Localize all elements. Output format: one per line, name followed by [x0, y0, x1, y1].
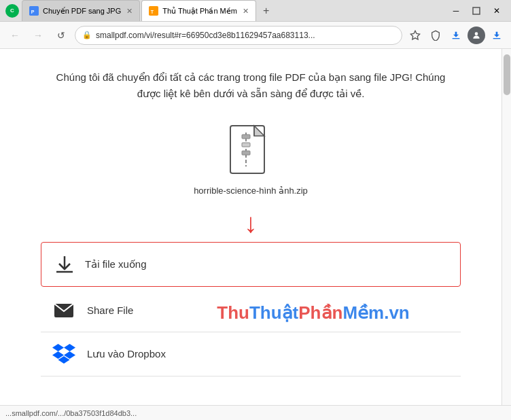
- download-section: Tải file xuống: [41, 242, 461, 287]
- address-bar[interactable]: 🔒 smallpdf.com/vi/result#r=66950cd3e8b11…: [75, 26, 402, 45]
- close-button[interactable]: ✕: [488, 4, 506, 18]
- profile-icon: [472, 31, 481, 40]
- tab-pdf[interactable]: P Chuyển PDF sang JPG ✕: [22, 0, 140, 21]
- tab-bar: P Chuyển PDF sang JPG ✕ T Thủ Thuật Phần…: [22, 0, 444, 21]
- scrollbar-thumb[interactable]: [504, 54, 510, 95]
- minimize-button[interactable]: ─: [447, 4, 465, 18]
- dropbox-button[interactable]: Lưu vào Dropbox: [41, 332, 461, 376]
- forward-button[interactable]: →: [29, 26, 48, 45]
- new-tab-button[interactable]: +: [258, 0, 275, 21]
- file-name: horrible-science-hình ảnh.zip: [194, 186, 308, 196]
- shield-icon: [430, 30, 441, 41]
- profile-button[interactable]: [468, 27, 485, 44]
- status-text: ...smallpdf.com/.../0ba37503f1d84db3...: [5, 409, 137, 417]
- address-text: smallpdf.com/vi/result#r=66950cd3e8b1162…: [96, 31, 395, 40]
- lock-icon: 🔒: [82, 31, 92, 39]
- scrollbar[interactable]: [501, 49, 511, 405]
- title-bar: C P Chuyển PDF sang JPG ✕ T Thủ Thuật Ph…: [0, 0, 511, 22]
- download-nav-button[interactable]: [447, 27, 465, 44]
- intro-text: Chúng tôi đã chuyển đổi tất cả các trang…: [47, 69, 455, 102]
- download-icon2: [491, 30, 502, 41]
- dropbox-label: Lưu vào Dropbox: [87, 348, 166, 360]
- back-button[interactable]: ←: [5, 26, 24, 45]
- download-label: Tải file xuống: [85, 258, 147, 270]
- tab-thuthuatphanmem-close[interactable]: ✕: [243, 7, 249, 16]
- shield-button[interactable]: [427, 27, 444, 44]
- arrow-down-indicator: ↓: [244, 209, 258, 237]
- tab-thuthuatphanmem-label: Thủ Thuật Phần Mềm: [162, 7, 237, 16]
- share-section: Share File: [41, 288, 461, 332]
- svg-marker-17: [64, 344, 75, 351]
- download-button[interactable]: Tải file xuống: [41, 243, 460, 286]
- page-area: Chúng tôi đã chuyển đổi tất cả các trang…: [0, 49, 501, 405]
- window-controls: ─ ✕: [447, 4, 506, 18]
- svg-rect-11: [242, 151, 250, 155]
- bookmark-button[interactable]: [406, 27, 424, 44]
- zip-file-icon: [227, 122, 275, 180]
- svg-text:P: P: [31, 10, 35, 14]
- dropbox-logo-icon: [52, 344, 75, 364]
- maximize-button[interactable]: [468, 4, 485, 18]
- svg-marker-16: [52, 344, 64, 351]
- tab-thuthuatphanmem[interactable]: T Thủ Thuật Phần Mềm ✕: [141, 0, 256, 21]
- star-icon: [410, 30, 421, 41]
- reload-button[interactable]: ↺: [52, 26, 71, 45]
- nav-bar: ← → ↺ 🔒 smallpdf.com/vi/result#r=66950cd…: [0, 22, 511, 49]
- envelope-icon: [53, 299, 75, 321]
- status-bar: ...smallpdf.com/.../0ba37503f1d84db3...: [0, 405, 511, 420]
- download-icon: [54, 253, 75, 275]
- download-nav-icon: [451, 30, 461, 41]
- maximize-icon: [472, 7, 480, 15]
- file-container: horrible-science-hình ảnh.zip: [194, 122, 308, 196]
- share-button[interactable]: Share File: [41, 288, 461, 332]
- nav-icons: [406, 27, 506, 44]
- dropbox-icon: [52, 342, 76, 366]
- share-icon: [52, 298, 76, 322]
- tab-thuthuatphanmem-favicon: T: [149, 6, 158, 16]
- tab-pdf-favicon: P: [29, 6, 39, 16]
- tab-pdf-close[interactable]: ✕: [126, 7, 133, 16]
- svg-text:T: T: [151, 10, 154, 14]
- share-label: Share File: [87, 304, 133, 316]
- svg-rect-4: [473, 7, 480, 14]
- svg-rect-9: [242, 135, 250, 139]
- dropbox-section: Lưu vào Dropbox: [41, 332, 461, 377]
- browser-content: Chúng tôi đã chuyển đổi tất cả các trang…: [0, 49, 511, 405]
- tab-pdf-label: Chuyển PDF sang JPG: [43, 7, 121, 16]
- coccoc-logo: C: [5, 4, 19, 18]
- svg-rect-10: [242, 143, 250, 147]
- nav-download-btn2[interactable]: [488, 27, 506, 44]
- download-icon-box: [52, 252, 77, 277]
- svg-point-5: [475, 32, 478, 35]
